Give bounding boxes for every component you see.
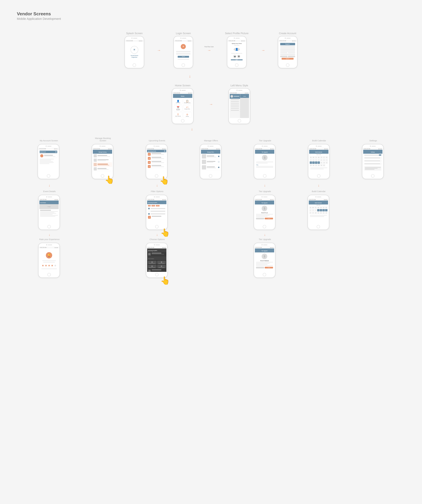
tu2-upgrade-btn[interactable]: Upgrade bbox=[265, 218, 273, 219]
booking-row-1[interactable] bbox=[93, 154, 112, 158]
star-1[interactable]: ★ bbox=[42, 264, 44, 267]
cal-d13[interactable]: 13 bbox=[323, 162, 325, 164]
co-home-btn[interactable] bbox=[155, 273, 158, 276]
menu-item-booking[interactable] bbox=[230, 101, 240, 103]
build-calendar-tile[interactable]: 🗓 Build Calendar bbox=[174, 112, 182, 118]
settings-row-3[interactable] bbox=[363, 159, 382, 162]
bc-home-btn[interactable] bbox=[317, 174, 320, 178]
cal-d14[interactable]: 14 bbox=[326, 162, 328, 164]
username-field[interactable] bbox=[176, 51, 190, 52]
cancel-button[interactable] bbox=[280, 56, 287, 57]
password-field[interactable] bbox=[176, 53, 190, 54]
offer-check-2[interactable] bbox=[218, 161, 219, 162]
home-button-2[interactable] bbox=[182, 63, 185, 67]
ue-home-btn[interactable] bbox=[155, 174, 158, 178]
tu2-cancel-btn[interactable] bbox=[256, 218, 264, 219]
fo-event-1[interactable]: 10 bbox=[147, 215, 166, 219]
filter-opt-2[interactable] bbox=[147, 210, 166, 213]
cal2-d5[interactable]: 5 bbox=[320, 209, 322, 211]
toggle-1[interactable] bbox=[379, 154, 381, 156]
cal2-d10[interactable]: 10 bbox=[314, 212, 317, 214]
reg-field-5[interactable] bbox=[280, 52, 287, 54]
cal-d16[interactable]: 16 bbox=[312, 164, 315, 167]
star-2[interactable]: ★ bbox=[45, 264, 47, 267]
offer-row-2[interactable] bbox=[201, 159, 220, 165]
cal2-d2[interactable]: 2 bbox=[312, 209, 314, 211]
cal2-d13[interactable]: 13 bbox=[322, 212, 325, 214]
tu3-home-btn[interactable] bbox=[263, 273, 266, 276]
tu-home-btn[interactable] bbox=[263, 174, 266, 178]
cal-d7[interactable]: 7 bbox=[326, 159, 328, 161]
offer-row-1[interactable] bbox=[201, 154, 220, 159]
forgot-password-link[interactable] bbox=[178, 59, 189, 60]
re-home-btn[interactable] bbox=[47, 273, 51, 276]
st-home-btn[interactable] bbox=[371, 174, 374, 178]
cal2-d1[interactable]: 1 bbox=[309, 209, 312, 211]
event-row-2[interactable]: 28 bbox=[147, 156, 166, 161]
tu3-cancel-btn[interactable] bbox=[256, 267, 264, 269]
offer-check-3[interactable] bbox=[218, 167, 219, 168]
home-home-btn[interactable] bbox=[181, 119, 184, 122]
cal-d6[interactable]: 6 bbox=[323, 159, 325, 161]
gallery-icon[interactable]: 🖼 bbox=[237, 55, 240, 58]
cal-d12[interactable]: 12 bbox=[320, 162, 323, 164]
menu-item-logout[interactable] bbox=[230, 109, 240, 111]
cal-d9[interactable]: 9 bbox=[312, 162, 315, 164]
co-option-1[interactable] bbox=[148, 261, 157, 264]
filter-opt-1[interactable] bbox=[147, 207, 166, 210]
mo-home-btn[interactable] bbox=[209, 174, 212, 178]
cal-prev[interactable]: < bbox=[310, 154, 311, 155]
cal-d8[interactable]: 8 bbox=[310, 162, 312, 164]
co-option-4[interactable] bbox=[157, 265, 166, 268]
menu-item-upcoming[interactable] bbox=[230, 103, 240, 105]
cal2-d9[interactable]: 9 bbox=[312, 212, 314, 214]
offer-row-3[interactable] bbox=[201, 165, 220, 170]
event-row-4[interactable]: 10 bbox=[147, 165, 166, 169]
cal-d15[interactable]: 15 bbox=[310, 164, 312, 167]
next-button[interactable]: NEXT bbox=[231, 59, 243, 60]
filter-cb-3[interactable] bbox=[148, 213, 150, 215]
settings-row-1[interactable] bbox=[363, 154, 382, 156]
checkbox-2[interactable] bbox=[380, 157, 381, 159]
cal2-d4[interactable]: 4 bbox=[317, 209, 320, 211]
camera-icon[interactable]: 📷 bbox=[233, 55, 236, 58]
offer-check-1[interactable] bbox=[218, 156, 219, 157]
checkbox-4[interactable] bbox=[380, 163, 381, 165]
cal-d11[interactable]: 11 bbox=[318, 162, 320, 164]
cal2-d8[interactable]: 8 bbox=[309, 212, 312, 214]
cal-d3[interactable]: 3 bbox=[315, 159, 317, 161]
event-row-3[interactable]: 09 bbox=[147, 161, 166, 165]
booking-row-2[interactable] bbox=[93, 158, 112, 162]
reg-field-7[interactable] bbox=[280, 54, 295, 55]
menu-item-offers[interactable] bbox=[230, 105, 240, 107]
ue-filter-icon[interactable] bbox=[164, 150, 165, 152]
filter-tag-2[interactable]: Food bbox=[151, 205, 155, 206]
star-5[interactable]: ★ bbox=[54, 264, 57, 267]
cal-d20[interactable]: 20 bbox=[323, 164, 325, 167]
filter-tag-3[interactable]: Drink bbox=[156, 205, 160, 206]
left-menu-home-btn[interactable] bbox=[238, 119, 241, 122]
booking-row-4[interactable] bbox=[93, 167, 112, 171]
booking-row-3[interactable] bbox=[93, 162, 112, 167]
home-button-4[interactable] bbox=[286, 63, 289, 67]
checkbox-3[interactable] bbox=[380, 160, 381, 162]
manage-booking-tile[interactable]: 📋 Manage Booking bbox=[183, 99, 192, 104]
cal2-d14[interactable]: 14 bbox=[325, 212, 327, 214]
mb-home-btn[interactable] bbox=[101, 174, 104, 178]
cal2-d3[interactable]: 3 bbox=[314, 209, 317, 211]
reg-field-6[interactable] bbox=[288, 52, 295, 54]
co-option-3[interactable] bbox=[148, 265, 157, 268]
ma-edit-icon[interactable] bbox=[55, 151, 57, 153]
manage-offers-tile[interactable]: 🏷 Manage Offers bbox=[183, 105, 192, 111]
tu2-home-btn[interactable] bbox=[263, 225, 266, 228]
star-4[interactable]: ★ bbox=[51, 264, 54, 267]
filter-tag-1[interactable]: All bbox=[148, 205, 151, 206]
cal2-d7[interactable]: 7 bbox=[325, 209, 327, 211]
co-event-2[interactable]: 10 bbox=[147, 269, 166, 272]
reg-field-4[interactable] bbox=[280, 50, 295, 52]
settings-tile[interactable]: ⚙ Settings bbox=[183, 112, 192, 118]
cal-d10[interactable]: 10 bbox=[315, 162, 317, 164]
cal-d5[interactable]: 5 bbox=[320, 159, 323, 161]
cal-d17[interactable]: 17 bbox=[315, 164, 317, 167]
cal2-d6[interactable]: 6 bbox=[322, 209, 325, 211]
